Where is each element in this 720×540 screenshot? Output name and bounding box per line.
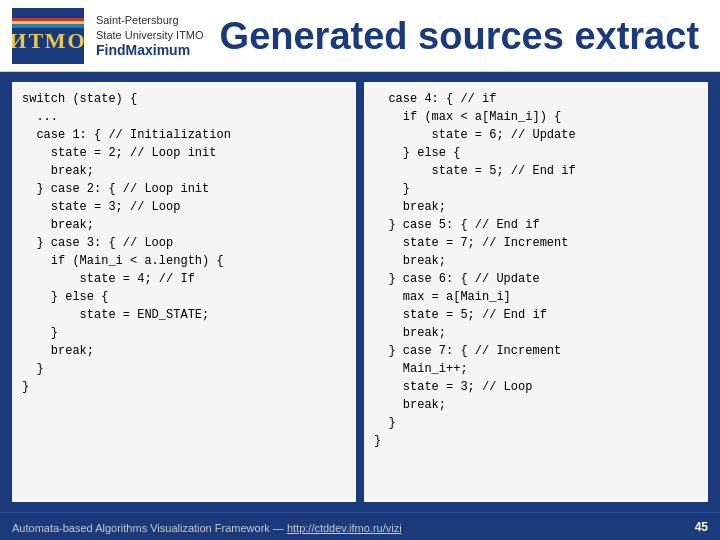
main-content: switch (state) { ... case 1: { // Initia…	[0, 72, 720, 512]
university-name-block: Saint-Petersburg State University ITMO F…	[96, 13, 204, 58]
title-small: FindMaximum	[96, 42, 204, 58]
title-large: Generated sources extract	[220, 17, 699, 55]
header: ИТМО Saint-Petersburg State University I…	[0, 0, 720, 72]
university-line2: State University ITMO	[96, 28, 204, 42]
footer-link[interactable]: http://ctddev.ifmo.ru/vizi	[287, 522, 402, 534]
university-line1: Saint-Petersburg	[96, 13, 204, 27]
footer-text: Automata-based Algorithms Visualization …	[12, 522, 287, 534]
code-panel-left: switch (state) { ... case 1: { // Initia…	[12, 82, 356, 502]
logo: ИТМО	[12, 8, 84, 64]
logo-stripes	[12, 18, 84, 28]
footer-label: Automata-based Algorithms Visualization …	[12, 518, 402, 536]
code-panel-right: case 4: { // if if (max < a[Main_i]) { s…	[364, 82, 708, 502]
page-number: 45	[695, 520, 708, 534]
footer: Automata-based Algorithms Visualization …	[0, 512, 720, 540]
logo-text: ИТМО	[12, 28, 84, 54]
